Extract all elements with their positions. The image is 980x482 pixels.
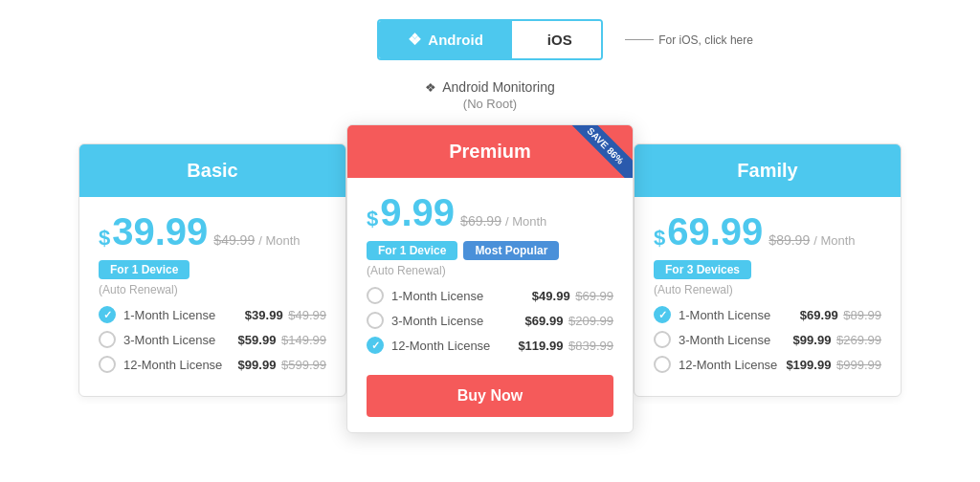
basic-price-old: $49.99 bbox=[213, 232, 255, 248]
family-license-3[interactable]: 12-Month License $199.99 $999.99 bbox=[654, 356, 881, 373]
basic-license-1-label: 1-Month License bbox=[123, 308, 215, 322]
platform-subtitle: (No Root) bbox=[425, 97, 555, 111]
premium-card: Premium SAVE 86% $ 9.99 $69.99 / Month F… bbox=[346, 124, 634, 433]
family-license-3-label: 12-Month License bbox=[679, 358, 777, 372]
tab-buttons: ❖ Android iOS bbox=[377, 19, 602, 60]
family-radio-1[interactable] bbox=[654, 306, 671, 323]
family-badge-row: For 3 Devices bbox=[654, 260, 881, 279]
ios-hint: For iOS, click here bbox=[625, 33, 753, 47]
premium-price-period: / Month bbox=[505, 214, 546, 229]
premium-license-2-prices: $69.99 $209.99 bbox=[525, 314, 613, 328]
buy-now-button[interactable]: Buy Now bbox=[367, 375, 613, 417]
basic-price-amount: 39.99 bbox=[112, 212, 208, 251]
family-license-3-prices: $199.99 $999.99 bbox=[786, 358, 881, 372]
basic-radio-1[interactable] bbox=[99, 306, 116, 323]
basic-radio-3[interactable] bbox=[99, 356, 116, 373]
basic-price-main: $ 39.99 $49.99 / Month bbox=[99, 212, 326, 251]
ios-tab-label: iOS bbox=[547, 32, 572, 48]
premium-title: Premium bbox=[449, 141, 531, 162]
family-device-badge: For 3 Devices bbox=[654, 260, 751, 279]
family-license-1-label: 1-Month License bbox=[679, 308, 770, 322]
basic-license-2-label: 3-Month License bbox=[123, 333, 215, 347]
premium-popular-badge: Most Popular bbox=[463, 241, 559, 260]
basic-license-2-prices: $59.99 $149.99 bbox=[238, 333, 326, 347]
basic-device-badge: For 1 Device bbox=[99, 260, 189, 279]
platform-title: ❖ Android Monitoring bbox=[425, 79, 555, 95]
basic-price-period: / Month bbox=[258, 233, 300, 248]
premium-price-dollar: $ bbox=[367, 207, 378, 231]
family-radio-2[interactable] bbox=[654, 331, 671, 348]
basic-price-area: $ 39.99 $49.99 / Month bbox=[99, 212, 326, 251]
premium-price-amount: 9.99 bbox=[380, 193, 455, 231]
family-auto-renewal: (Auto Renewal) bbox=[654, 283, 881, 296]
premium-device-badge: For 1 Device bbox=[367, 241, 457, 260]
basic-auto-renewal: (Auto Renewal) bbox=[99, 283, 326, 296]
premium-radio-2[interactable] bbox=[367, 312, 384, 329]
basic-license-3-prices: $99.99 $599.99 bbox=[238, 358, 326, 372]
family-card-header: Family bbox=[635, 144, 901, 197]
family-price-area: $ 69.99 $89.99 / Month bbox=[654, 212, 881, 251]
family-card-body: $ 69.99 $89.99 / Month For 3 Devices (Au… bbox=[635, 197, 901, 396]
basic-license-1-prices: $39.99 $49.99 bbox=[245, 308, 326, 322]
family-price-old: $89.99 bbox=[768, 232, 810, 248]
basic-license-1[interactable]: 1-Month License $39.99 $49.99 bbox=[99, 306, 326, 323]
premium-card-body: $ 9.99 $69.99 / Month For 1 Device Most … bbox=[347, 178, 633, 432]
family-title: Family bbox=[737, 160, 797, 181]
android-small-icon: ❖ bbox=[425, 80, 436, 95]
premium-badge-row: For 1 Device Most Popular bbox=[367, 241, 613, 260]
basic-license-3-label: 12-Month License bbox=[123, 358, 222, 372]
android-icon: ❖ bbox=[408, 31, 421, 49]
premium-auto-renewal: (Auto Renewal) bbox=[367, 264, 613, 277]
family-license-2-prices: $99.99 $269.99 bbox=[793, 333, 881, 347]
tab-android[interactable]: ❖ Android bbox=[379, 21, 512, 58]
premium-price-area: $ 9.99 $69.99 / Month bbox=[367, 193, 613, 231]
family-license-2[interactable]: 3-Month License $99.99 $269.99 bbox=[654, 331, 881, 348]
premium-card-header: Premium SAVE 86% bbox=[347, 125, 633, 178]
premium-license-1-prices: $49.99 $69.99 bbox=[532, 289, 613, 303]
basic-badge-row: For 1 Device bbox=[99, 260, 326, 279]
basic-card: Basic $ 39.99 $49.99 / Month For 1 Devic… bbox=[78, 143, 346, 397]
family-radio-3[interactable] bbox=[654, 356, 671, 373]
family-price-main: $ 69.99 $89.99 / Month bbox=[654, 212, 881, 251]
family-license-2-label: 3-Month License bbox=[679, 333, 770, 347]
family-license-1[interactable]: 1-Month License $69.99 $89.99 bbox=[654, 306, 881, 323]
pricing-cards: Basic $ 39.99 $49.99 / Month For 1 Devic… bbox=[0, 134, 980, 433]
android-tab-label: Android bbox=[428, 32, 483, 48]
family-price-amount: 69.99 bbox=[667, 212, 763, 251]
family-price-dollar: $ bbox=[654, 226, 665, 251]
tab-ios[interactable]: iOS bbox=[512, 21, 601, 58]
basic-price-dollar: $ bbox=[99, 226, 110, 251]
basic-card-body: $ 39.99 $49.99 / Month For 1 Device (Aut… bbox=[79, 197, 345, 396]
premium-license-2-label: 3-Month License bbox=[391, 314, 483, 328]
family-price-period: / Month bbox=[813, 233, 855, 248]
premium-price-main: $ 9.99 $69.99 / Month bbox=[367, 193, 613, 231]
premium-license-3[interactable]: 12-Month License $119.99 $839.99 bbox=[367, 337, 613, 354]
premium-radio-1[interactable] bbox=[367, 287, 384, 304]
basic-license-3[interactable]: 12-Month License $99.99 $599.99 bbox=[99, 356, 326, 373]
basic-card-header: Basic bbox=[79, 144, 345, 197]
premium-price-old: $69.99 bbox=[460, 213, 501, 229]
family-card: Family $ 69.99 $89.99 / Month For 3 Devi… bbox=[634, 143, 902, 397]
tab-switcher: ❖ Android iOS For iOS, click here bbox=[377, 19, 602, 60]
premium-license-3-prices: $119.99 $839.99 bbox=[518, 339, 613, 353]
save-badge: SAVE 86% bbox=[566, 125, 633, 178]
premium-license-1-label: 1-Month License bbox=[391, 289, 483, 303]
premium-license-2[interactable]: 3-Month License $69.99 $209.99 bbox=[367, 312, 613, 329]
premium-license-3-label: 12-Month License bbox=[391, 339, 490, 353]
basic-title: Basic bbox=[187, 160, 237, 181]
premium-license-1[interactable]: 1-Month License $49.99 $69.99 bbox=[367, 287, 613, 304]
basic-license-2[interactable]: 3-Month License $59.99 $149.99 bbox=[99, 331, 326, 348]
basic-radio-2[interactable] bbox=[99, 331, 116, 348]
save-badge-text: SAVE 86% bbox=[568, 125, 633, 178]
platform-label: ❖ Android Monitoring (No Root) bbox=[425, 79, 555, 111]
family-license-1-prices: $69.99 $89.99 bbox=[800, 308, 881, 322]
premium-radio-3[interactable] bbox=[367, 337, 384, 354]
